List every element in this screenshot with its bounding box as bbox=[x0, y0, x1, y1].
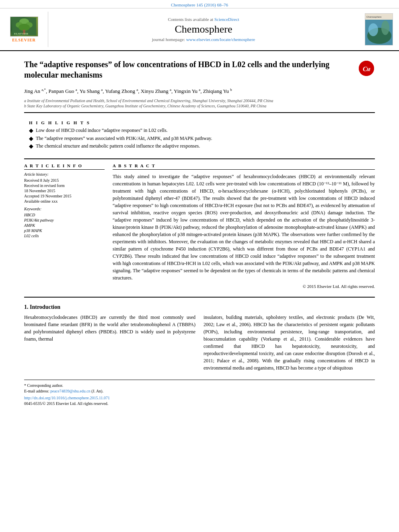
journal-cover-image: Chemosphere Chemosphere bbox=[365, 13, 393, 45]
article-info-title: A R T I C L E I N F O bbox=[24, 163, 105, 170]
journal-header: ELSEVIER ELSEVIER Contents lists availab… bbox=[0, 8, 399, 51]
intro-col-left: Hexabromocyclododecanes (HBCD) are curre… bbox=[24, 314, 195, 372]
issn-text: 0045-6535/© 2015 Elsevier Ltd. All right… bbox=[24, 401, 375, 406]
keyword-hbcd: HBCD bbox=[24, 213, 105, 217]
elsevier-logo-section: ELSEVIER ELSEVIER bbox=[0, 12, 48, 47]
journal-title-section: Contents lists available at ScienceDirec… bbox=[48, 12, 359, 47]
revised-date: 18 November 2015 bbox=[24, 189, 105, 193]
affiliation-b: b State Key Laboratory of Organic Geoche… bbox=[24, 104, 375, 108]
accepted-date: Accepted 19 November 2015 bbox=[24, 194, 105, 198]
article-info-column: A R T I C L E I N F O Article history: R… bbox=[24, 163, 105, 293]
keyword-p38: p38 MAPK bbox=[24, 228, 105, 233]
highlights-section: H I G H L I G H T S ◆ Low dose of HBCD c… bbox=[24, 117, 375, 154]
article-info-abstract-row: A R T I C L E I N F O Article history: R… bbox=[24, 163, 375, 293]
elsevier-logo-image: ELSEVIER bbox=[10, 16, 38, 37]
footer-section: * Corresponding author. E-mail address: … bbox=[24, 380, 375, 406]
highlight-bullet-3: ◆ bbox=[29, 143, 33, 150]
svg-point-10 bbox=[381, 21, 389, 35]
journal-reference: Chemosphere 145 (2016) 68–76 bbox=[0, 0, 399, 8]
doi-link[interactable]: http://dx.doi.org/10.1016/j.chemosphere.… bbox=[24, 396, 375, 400]
journal-homepage: journal homepage: www.elsevier.com/locat… bbox=[152, 37, 255, 42]
journal-title: Chemosphere bbox=[175, 23, 232, 35]
abstract-title: A B S T R A C T bbox=[113, 163, 375, 170]
divider-after-abstract bbox=[24, 297, 375, 298]
keywords-label: Keywords: bbox=[24, 207, 105, 211]
corresponding-author-note: * Corresponding author. bbox=[24, 383, 375, 388]
abstract-section: A B S T R A C T This study aimed to inve… bbox=[113, 163, 375, 289]
authors: Jing An a,*, Panpan Guo a, Yu Shang a, Y… bbox=[24, 87, 375, 95]
affiliation-a: a Institute of Environmental Pollution a… bbox=[24, 99, 375, 103]
svg-text:M: M bbox=[367, 68, 370, 72]
author-email-link[interactable]: peace74839@shu.edu.cn bbox=[50, 389, 90, 393]
journal-homepage-link[interactable]: www.elsevier.com/locate/chemosphere bbox=[186, 37, 255, 42]
keyword-pi3k: PI3K/Akt pathway bbox=[24, 218, 105, 222]
article-content: The “adaptive responses” of low concentr… bbox=[0, 51, 399, 414]
highlight-bullet-2: ◆ bbox=[29, 136, 33, 142]
keyword-l02: L02 cells bbox=[24, 234, 105, 238]
article-history-group: Article history: Received 8 July 2015 Re… bbox=[24, 172, 105, 203]
sciencedirect-label: Contents lists available at ScienceDirec… bbox=[168, 17, 239, 22]
elsevier-logo: ELSEVIER ELSEVIER bbox=[10, 16, 38, 42]
highlight-item-1: ◆ Low dose of HBCD could induce “adaptiv… bbox=[29, 127, 370, 134]
title-row: The “adaptive responses” of low concentr… bbox=[24, 59, 375, 87]
divider-after-highlights bbox=[24, 158, 375, 159]
revised-label: Received in revised form bbox=[24, 183, 105, 188]
available-date: Available online xxx bbox=[24, 199, 105, 203]
highlights-label: H I G H L I G H T S bbox=[29, 120, 370, 125]
intro-col-right: insulators, building materials, upholste… bbox=[204, 314, 375, 372]
copyright-text: © 2015 Elsevier Ltd. All rights reserved… bbox=[113, 284, 375, 289]
intro-columns: Hexabromocyclododecanes (HBCD) are curre… bbox=[24, 314, 375, 372]
article-title: The “adaptive responses” of low concentr… bbox=[24, 59, 355, 82]
highlight-bullet-1: ◆ bbox=[29, 127, 33, 134]
journal-cover-section: Chemosphere Chemosphere bbox=[359, 12, 399, 47]
divider-after-affiliations bbox=[24, 112, 375, 113]
intro-heading: 1. Introduction bbox=[24, 304, 375, 310]
highlight-item-3: ◆ The chemical structure and metabolic p… bbox=[29, 143, 370, 150]
introduction-section: 1. Introduction Hexabromocyclododecanes … bbox=[24, 304, 375, 372]
crossmark-icon[interactable]: C M bbox=[359, 61, 374, 76]
highlight-item-2: ◆ The “adaptive responses” was associate… bbox=[29, 136, 370, 142]
email-line: E-mail address: peace74839@shu.edu.cn (J… bbox=[24, 389, 375, 393]
article-info-section: A R T I C L E I N F O Article history: R… bbox=[24, 163, 105, 238]
sciencedirect-link[interactable]: ScienceDirect bbox=[214, 17, 239, 22]
crossmark-section[interactable]: C M bbox=[359, 61, 375, 77]
elsevier-text: ELSEVIER bbox=[12, 38, 36, 42]
svg-point-9 bbox=[368, 23, 378, 36]
received-date: Received 8 July 2015 bbox=[24, 178, 105, 183]
svg-text:Chemosphere: Chemosphere bbox=[366, 16, 382, 18]
abstract-text: This study aimed to investigate the “ada… bbox=[113, 173, 375, 281]
keywords-section: Keywords: HBCD PI3K/Akt pathway AMPK p38… bbox=[24, 207, 105, 238]
history-label: Article history: bbox=[24, 172, 105, 177]
svg-text:ELSEVIER: ELSEVIER bbox=[14, 32, 29, 35]
keyword-ampk: AMPK bbox=[24, 223, 105, 228]
abstract-column: A B S T R A C T This study aimed to inve… bbox=[113, 163, 375, 293]
